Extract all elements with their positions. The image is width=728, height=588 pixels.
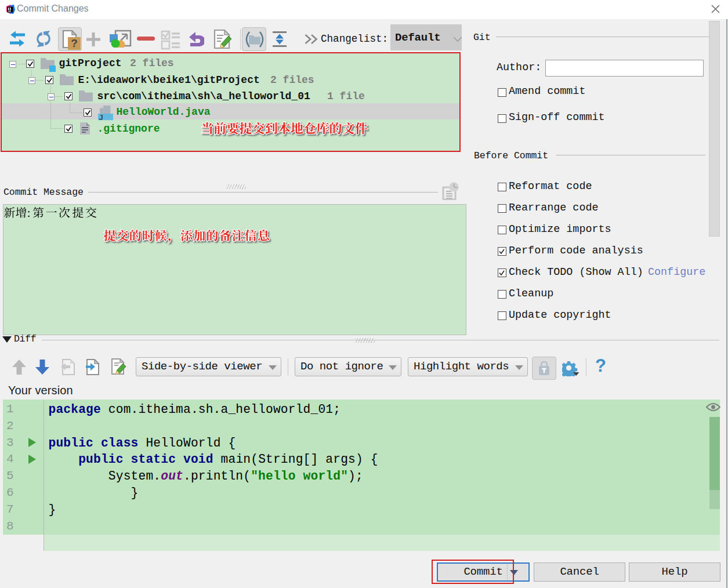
svg-text:J: J	[99, 113, 103, 121]
svg-text:?: ?	[71, 37, 78, 49]
